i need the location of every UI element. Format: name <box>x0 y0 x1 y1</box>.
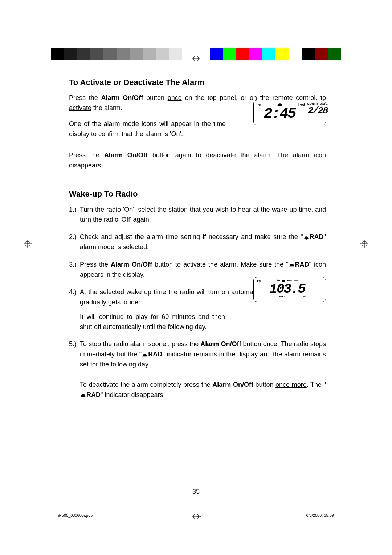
paragraph: Press the Alarm On/Off button again to d… <box>69 150 326 171</box>
fm-indicator: FM <box>257 279 261 284</box>
mode-label: RAD <box>295 261 309 268</box>
list-number: 4.) <box>69 287 80 332</box>
registration-mark-icon <box>360 240 368 248</box>
lcd-display-radio: FM ⋙ RAD ⋘ 103.5 MHz ST <box>253 277 326 302</box>
mode-label: RAD <box>86 391 101 398</box>
button-label-text: Alarm On/Off <box>212 381 253 388</box>
footer-timestamp: 6/3/2006, 15:09 <box>306 513 334 519</box>
list-item: 2.) Check and adjust the alarm time sett… <box>69 232 326 252</box>
alarm-bell-icon <box>303 235 310 240</box>
stereo-indicator: ST <box>303 295 306 299</box>
page-number: 35 <box>192 487 200 497</box>
mode-label: RAD <box>148 351 162 358</box>
lcd-display-time: PM 2:45 iPod MONTH DATE 2/28 <box>253 100 326 125</box>
time-value: 2:45 <box>264 107 296 121</box>
crop-mark <box>34 508 49 522</box>
alarm-bell-icon <box>142 352 148 357</box>
list-number: 3.) <box>69 260 80 280</box>
button-label-text: Alarm On/Off <box>111 261 152 268</box>
unit-label: MHz <box>279 295 285 299</box>
page-content: To Activate or Deactivate The Alarm Pres… <box>69 76 326 408</box>
section-heading-radio: Wake-up To Radio <box>69 188 326 200</box>
crop-mark <box>34 64 49 78</box>
button-label-text: Alarm On/Off <box>101 94 143 101</box>
list-number: 2.) <box>69 232 80 252</box>
button-label-text: Alarm On/Off <box>104 151 148 159</box>
alarm-bell-icon <box>289 262 295 267</box>
footer-page: 35 <box>197 513 201 519</box>
print-footer: iP500_030606r.p65 35 6/3/2006, 15:09 <box>58 513 334 519</box>
button-label-text: Alarm On/Off <box>200 340 241 348</box>
list-number: 1.) <box>69 205 80 225</box>
footer-filename: iP500_030606r.p65 <box>58 513 93 519</box>
list-item: 5.) To stop the radio alarm sooner, pres… <box>69 339 326 400</box>
pm-indicator: PM <box>257 102 262 108</box>
crop-mark <box>343 64 358 78</box>
crop-mark <box>343 508 358 522</box>
frequency-value: 103.5 <box>269 283 305 296</box>
mode-label: RAD <box>310 233 324 240</box>
paragraph: One of the alarm mode icons will appear … <box>69 119 226 139</box>
list-item: 1.) Turn the radio 'On', select the stat… <box>69 205 326 225</box>
ipod-indicator: iPod <box>298 102 305 108</box>
alarm-bell-icon <box>80 393 86 398</box>
date-value: 2/28 <box>308 106 327 116</box>
registration-mark-icon <box>192 54 200 62</box>
list-number: 5.) <box>69 339 80 400</box>
section-heading-alarm: To Activate or Deactivate The Alarm <box>69 76 326 89</box>
registration-mark-icon <box>24 240 32 248</box>
